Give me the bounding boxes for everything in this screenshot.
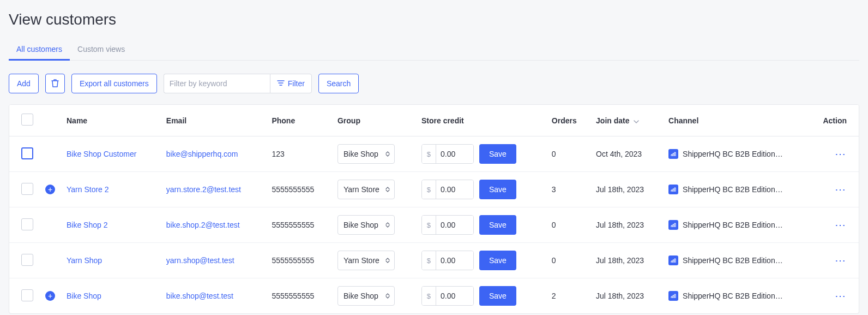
group-select[interactable]: Bike Shop: [337, 286, 395, 306]
tab-all-customers[interactable]: All customers: [9, 39, 70, 61]
row-checkbox[interactable]: [21, 218, 33, 230]
col-header-email[interactable]: Email: [161, 105, 267, 136]
tab-custom-views[interactable]: Custom views: [70, 39, 132, 61]
filter-button-label: Filter: [288, 79, 305, 88]
currency-symbol: $: [422, 216, 436, 234]
filter-icon: [277, 79, 285, 88]
channel-name: ShipperHQ BC B2B Edition San...: [683, 185, 783, 194]
group-select[interactable]: Yarn Store: [337, 180, 395, 199]
orders-count: 0: [546, 243, 590, 278]
group-select-value: Yarn Store: [343, 185, 379, 194]
customer-email-link[interactable]: bike@shipperhq.com: [166, 150, 238, 158]
save-credit-button[interactable]: Save: [479, 144, 516, 164]
col-header-store-credit[interactable]: Store credit: [416, 105, 546, 136]
customer-email-link[interactable]: bike.shop@test.test: [166, 292, 233, 300]
col-header-name[interactable]: Name: [61, 105, 161, 136]
group-select-value: Bike Shop: [343, 221, 378, 229]
store-credit-input-group: $: [421, 144, 474, 164]
row-actions-menu[interactable]: ⋯: [835, 219, 847, 231]
store-credit-input[interactable]: [436, 145, 473, 163]
row-actions-menu[interactable]: ⋯: [835, 183, 847, 195]
expand-row-icon[interactable]: +: [45, 291, 55, 301]
orders-count: 2: [546, 278, 590, 314]
storefront-icon: [668, 220, 678, 230]
row-checkbox[interactable]: [21, 289, 33, 301]
customers-table: Name Email Phone Group Store credit Orde…: [9, 105, 859, 313]
join-date: Jul 18th, 2023: [590, 243, 663, 278]
join-date: Jul 18th, 2023: [590, 172, 663, 207]
col-header-action: Action: [817, 105, 859, 136]
currency-symbol: $: [422, 145, 436, 163]
customer-email-link[interactable]: yarn.shop@test.test: [166, 256, 234, 265]
col-header-phone[interactable]: Phone: [266, 105, 332, 136]
save-credit-button[interactable]: Save: [479, 180, 516, 199]
customer-email-link[interactable]: bike.shop.2@test.test: [166, 221, 240, 229]
store-credit-input[interactable]: [436, 251, 473, 270]
orders-count: 0: [546, 207, 590, 243]
filter-group: Filter: [164, 74, 312, 93]
customer-name-link[interactable]: Bike Shop: [67, 292, 101, 300]
filter-input[interactable]: [164, 74, 270, 93]
group-select-value: Bike Shop: [343, 292, 378, 300]
store-credit-input[interactable]: [436, 180, 473, 199]
save-credit-button[interactable]: Save: [479, 215, 516, 235]
row-actions-menu[interactable]: ⋯: [835, 148, 847, 160]
channel-name: ShipperHQ BC B2B Edition San...: [683, 221, 783, 229]
store-credit-input[interactable]: [436, 287, 473, 305]
tabs: All customers Custom views: [9, 39, 859, 61]
customer-name-link[interactable]: Yarn Store 2: [67, 185, 109, 194]
save-credit-button[interactable]: Save: [479, 251, 516, 270]
channel-name: ShipperHQ BC B2B Edition San...: [683, 150, 783, 158]
customer-email-link[interactable]: yarn.store.2@test.test: [166, 185, 241, 194]
customer-name-link[interactable]: Bike Shop 2: [67, 221, 108, 229]
customers-table-wrap: Name Email Phone Group Store credit Orde…: [9, 104, 859, 314]
customer-phone: 123: [266, 136, 332, 172]
page-title: View customers: [9, 11, 859, 28]
group-select[interactable]: Bike Shop: [337, 215, 395, 235]
storefront-icon: [668, 291, 678, 301]
toolbar: Add Export all customers Filter: [9, 74, 859, 93]
table-row: Bike Shop 2bike.shop.2@test.test55555555…: [9, 207, 859, 243]
table-row: Yarn Shopyarn.shop@test.test5555555555Ya…: [9, 243, 859, 278]
group-select[interactable]: Bike Shop: [337, 144, 395, 164]
expand-row-icon[interactable]: +: [45, 185, 55, 194]
channel-name: ShipperHQ BC B2B Edition San...: [683, 292, 783, 300]
table-row: +Bike Shopbike.shop@test.test5555555555B…: [9, 278, 859, 314]
select-all-checkbox[interactable]: [21, 114, 33, 126]
save-credit-button[interactable]: Save: [479, 286, 516, 306]
customer-phone: 5555555555: [266, 207, 332, 243]
row-checkbox[interactable]: [21, 147, 33, 159]
customer-phone: 5555555555: [266, 243, 332, 278]
customer-name-link[interactable]: Yarn Shop: [67, 256, 102, 265]
row-actions-menu[interactable]: ⋯: [835, 254, 847, 266]
group-select[interactable]: Yarn Store: [337, 251, 395, 270]
col-header-group[interactable]: Group: [332, 105, 416, 136]
col-header-channel[interactable]: Channel: [663, 105, 817, 136]
search-button[interactable]: Search: [318, 74, 359, 93]
store-credit-input[interactable]: [436, 216, 473, 234]
channel-name: ShipperHQ BC B2B Edition San...: [683, 256, 783, 265]
customer-name-link[interactable]: Bike Shop Customer: [67, 150, 136, 158]
row-checkbox[interactable]: [21, 183, 33, 195]
col-header-orders[interactable]: Orders: [546, 105, 590, 136]
col-header-join-date[interactable]: Join date: [590, 105, 663, 136]
row-actions-menu[interactable]: ⋯: [835, 290, 847, 302]
customer-phone: 5555555555: [266, 172, 332, 207]
storefront-icon: [668, 255, 678, 265]
join-date: Jul 18th, 2023: [590, 278, 663, 314]
group-select-value: Bike Shop: [343, 150, 378, 158]
row-checkbox[interactable]: [21, 254, 33, 266]
currency-symbol: $: [422, 287, 436, 305]
export-button[interactable]: Export all customers: [71, 74, 157, 93]
delete-button[interactable]: [45, 74, 65, 93]
store-credit-input-group: $: [421, 215, 474, 235]
join-date: Jul 18th, 2023: [590, 207, 663, 243]
add-button[interactable]: Add: [9, 74, 39, 93]
chevron-down-icon: [634, 116, 639, 125]
table-row: Bike Shop Customerbike@shipperhq.com123B…: [9, 136, 859, 172]
filter-button[interactable]: Filter: [270, 74, 312, 93]
storefront-icon: [668, 185, 678, 194]
join-date: Oct 4th, 2023: [590, 136, 663, 172]
storefront-icon: [668, 149, 678, 159]
customer-phone: 5555555555: [266, 278, 332, 314]
